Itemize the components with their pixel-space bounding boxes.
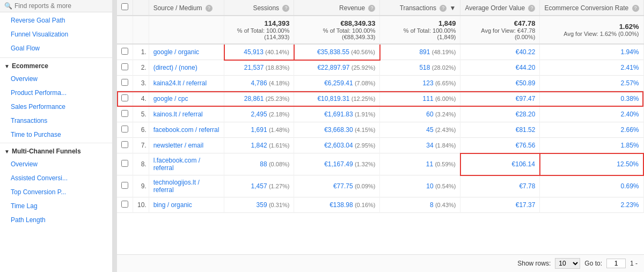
table-row: 10.bing / organic359 (0.31%)€138.98 (0.1… <box>117 197 643 213</box>
row-aov: €7.78 <box>460 175 540 197</box>
sidebar-item-mc-overview[interactable]: Overview <box>0 157 112 171</box>
row-checkbox-cell[interactable] <box>117 91 133 107</box>
totals-check <box>117 16 133 44</box>
row-ecr: 2.66% <box>540 122 643 138</box>
col-header-sessions[interactable]: Sessions ? <box>224 0 294 16</box>
arrow-icon-mc: ▼ <box>4 149 10 155</box>
row-rank: 8. <box>133 153 149 175</box>
col-header-ecr[interactable]: Ecommerce Conversion Rate ? <box>540 0 643 16</box>
row-checkbox[interactable] <box>121 201 128 208</box>
row-checkbox-cell[interactable] <box>117 44 133 60</box>
row-checkbox-cell[interactable] <box>117 138 133 153</box>
row-sessions: 1,457 (1.27%) <box>224 175 294 197</box>
main-content: Source / Medium ? Sessions ? Revenue ? T… <box>117 0 644 272</box>
sidebar-item-product-performance[interactable]: Product Performa... <box>0 86 112 100</box>
page-info: 1 - <box>630 260 638 267</box>
row-checkbox[interactable] <box>121 160 128 167</box>
row-revenue: €10,819.31 (12.25%) <box>294 91 380 107</box>
goto-input[interactable] <box>606 259 626 268</box>
sidebar-item-transactions[interactable]: Transactions <box>0 114 112 128</box>
row-checkbox-cell[interactable] <box>117 197 133 213</box>
row-source[interactable]: newsletter / email <box>149 138 224 153</box>
row-aov: €50.89 <box>460 76 540 91</box>
transactions-sort-icon[interactable]: ▼ <box>450 4 456 12</box>
sidebar-item-funnel-visualization[interactable]: Funnel Visualization <box>0 27 112 41</box>
row-checkbox-cell[interactable] <box>117 76 133 91</box>
row-ecr: 2.41% <box>540 60 643 76</box>
row-sessions: 4,786 (4.18%) <box>224 76 294 91</box>
sidebar-item-ecommerce-overview[interactable]: Overview <box>0 72 112 86</box>
sidebar-item-assisted-conversions[interactable]: Assisted Conversi... <box>0 171 112 185</box>
revenue-help-icon[interactable]: ? <box>368 5 375 12</box>
show-rows-label: Show rows: <box>517 260 551 267</box>
transactions-help-icon[interactable]: ? <box>440 5 447 12</box>
sidebar: 🔍 Reverse Goal Path Funnel Visualization… <box>0 0 113 272</box>
row-checkbox[interactable] <box>121 94 128 101</box>
sidebar-item-reverse-goal-path[interactable]: Reverse Goal Path <box>0 13 112 27</box>
row-ecr: 1.85% <box>540 138 643 153</box>
show-rows-select[interactable]: 10 25 50 100 <box>555 258 580 269</box>
table-row: 6.facebook.com / referral1,691 (1.48%)€3… <box>117 122 643 138</box>
row-checkbox[interactable] <box>121 79 128 86</box>
sidebar-category-multi-channel[interactable]: ▼ Multi-Channel Funnels <box>0 144 112 157</box>
row-checkbox-cell[interactable] <box>117 122 133 138</box>
sidebar-item-sales-performance[interactable]: Sales Performance <box>0 100 112 114</box>
sidebar-category-ecommerce[interactable]: ▼ Ecommerce <box>0 59 112 72</box>
row-source[interactable]: (direct) / (none) <box>149 60 224 76</box>
row-source[interactable]: google / cpc <box>149 91 224 107</box>
search-input[interactable] <box>14 2 108 10</box>
row-source[interactable]: bing / organic <box>149 197 224 213</box>
totals-source <box>149 16 224 44</box>
sidebar-category-multi-channel-label: Multi-Channel Funnels <box>12 148 81 155</box>
row-aov: €17.37 <box>460 197 540 213</box>
source-medium-help-icon[interactable]: ? <box>206 5 213 12</box>
sidebar-item-time-to-purchase[interactable]: Time to Purchase <box>0 128 112 142</box>
row-source[interactable]: facebook.com / referral <box>149 122 224 138</box>
row-checkbox-cell[interactable] <box>117 153 133 175</box>
row-transactions: 10 (0.54%) <box>380 175 460 197</box>
arrow-icon: ▼ <box>4 63 10 69</box>
row-sessions: 1,842 (1.61%) <box>224 138 294 153</box>
row-aov: €97.47 <box>460 91 540 107</box>
col-header-aov[interactable]: Average Order Value ? <box>460 0 540 16</box>
row-source[interactable]: l.facebook.com / referral <box>149 153 224 175</box>
totals-ecr: 1.62% Avg for View: 1.62% (0.00%) <box>540 16 643 44</box>
row-source[interactable]: technologijos.lt / referral <box>149 175 224 197</box>
col-header-source-medium[interactable]: Source / Medium ? <box>149 0 224 16</box>
sidebar-scrollbar[interactable] <box>113 0 117 272</box>
aov-help-icon[interactable]: ? <box>528 5 535 12</box>
sidebar-item-goal-flow[interactable]: Goal Flow <box>0 41 112 55</box>
row-checkbox-cell[interactable] <box>117 60 133 76</box>
search-icon: 🔍 <box>4 2 12 10</box>
totals-revenue: €88,349.33 % of Total: 100.00% (€88,349.… <box>294 16 380 44</box>
col-header-revenue[interactable]: Revenue ? <box>294 0 380 16</box>
row-source[interactable]: kaina24.lt / referral <box>149 76 224 91</box>
table-row: 2.(direct) / (none)21,537 (18.83%)€22,89… <box>117 60 643 76</box>
row-source[interactable]: google / organic <box>149 44 224 60</box>
row-aov: €106.14 <box>460 153 540 175</box>
col-header-transactions[interactable]: Transactions ? ▼ <box>380 0 460 16</box>
ecr-help-icon[interactable]: ? <box>632 5 639 12</box>
row-checkbox[interactable] <box>121 48 128 55</box>
row-revenue: €1,691.83 (1.91%) <box>294 107 380 122</box>
row-checkbox-cell[interactable] <box>117 175 133 197</box>
sidebar-category-ecommerce-label: Ecommerce <box>12 62 48 70</box>
row-ecr: 0.38% <box>540 91 643 107</box>
search-bar[interactable]: 🔍 <box>0 0 112 12</box>
row-sessions: 2,495 (2.18%) <box>224 107 294 122</box>
row-source[interactable]: kainos.lt / referral <box>149 107 224 122</box>
select-all-header[interactable] <box>117 0 133 16</box>
row-checkbox[interactable] <box>121 63 128 70</box>
sessions-help-icon[interactable]: ? <box>282 5 289 12</box>
row-checkbox[interactable] <box>121 141 128 148</box>
row-transactions: 8 (0.43%) <box>380 197 460 213</box>
row-checkbox-cell[interactable] <box>117 107 133 122</box>
sidebar-item-time-lag[interactable]: Time Lag <box>0 199 112 213</box>
select-all-checkbox[interactable] <box>121 3 128 10</box>
row-sessions: 1,691 (1.48%) <box>224 122 294 138</box>
sidebar-item-top-conversion-paths[interactable]: Top Conversion P... <box>0 185 112 199</box>
row-checkbox[interactable] <box>121 126 128 133</box>
row-checkbox[interactable] <box>121 182 128 189</box>
sidebar-item-path-length[interactable]: Path Length <box>0 213 112 227</box>
row-checkbox[interactable] <box>121 110 128 117</box>
